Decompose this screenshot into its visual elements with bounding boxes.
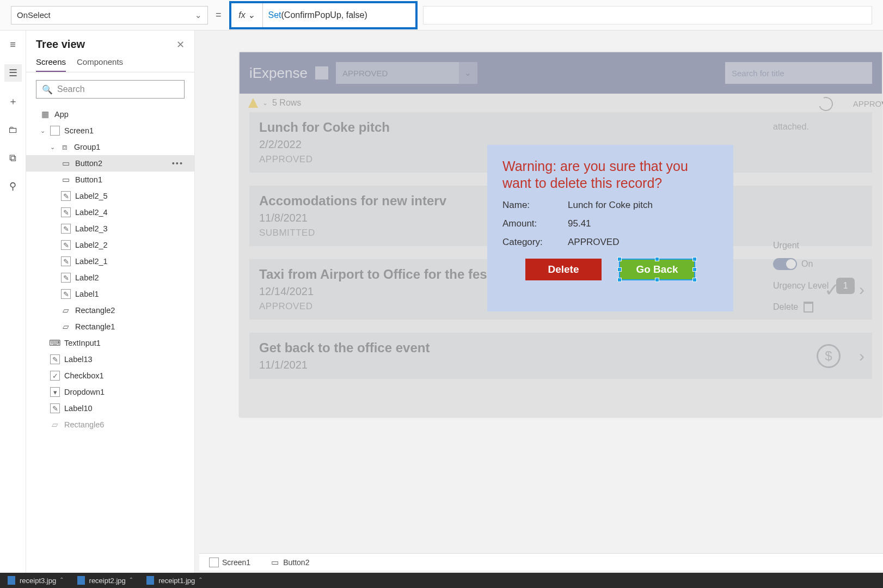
tree-node-screen1[interactable]: ⌄Screen1: [26, 122, 194, 139]
file-icon: [77, 576, 85, 585]
tree-node-button1[interactable]: ▭Button1: [26, 171, 194, 188]
tree-node-rectangle2[interactable]: ▱Rectangle2: [26, 302, 194, 318]
label-icon: ✎: [61, 256, 71, 266]
app-icon: ▦: [40, 109, 50, 119]
fx-button[interactable]: fx ⌄: [231, 3, 263, 27]
tree-node-rectangle1[interactable]: ▱Rectangle1: [26, 318, 194, 335]
formula-input[interactable]: Set(ConfirmPopUp, false): [263, 3, 415, 27]
button-icon: ▭: [270, 558, 280, 567]
selection-handle[interactable]: [617, 257, 622, 261]
media-icon[interactable]: ⧉: [4, 149, 22, 167]
expense-card[interactable]: Get back to the office event 11/1/2021 $…: [249, 333, 872, 379]
urgent-toggle[interactable]: On: [773, 258, 813, 270]
tree-panel: Tree view ✕ Screens Components 🔍 Search …: [26, 30, 195, 573]
tree-node-label13[interactable]: ✎Label13: [26, 351, 194, 367]
taskbar-file[interactable]: receipt3.jpgˆ: [8, 576, 63, 585]
formula-input-highlight: fx ⌄ Set(ConfirmPopUp, false): [229, 1, 418, 29]
file-icon: [146, 576, 154, 585]
card-title: Get back to the office event: [259, 340, 862, 356]
label-icon: ✎: [61, 207, 71, 217]
popup-amount-val: 95.41: [568, 218, 591, 229]
tree-node-label10[interactable]: ✎Label10: [26, 400, 194, 416]
app-search[interactable]: Search for title: [725, 62, 872, 84]
status-combo-value: APPROVED: [342, 69, 388, 78]
left-rail: ≡ ☰ ＋ 🗀 ⧉ ⚲: [0, 30, 26, 573]
selection-handle[interactable]: [655, 278, 659, 282]
refresh-icon[interactable]: [817, 95, 836, 114]
chevron-up-icon[interactable]: ˆ: [130, 577, 132, 585]
tab-components[interactable]: Components: [77, 57, 123, 72]
breadcrumb-button2[interactable]: ▭Button2: [265, 555, 315, 569]
tree-node-label2_3[interactable]: ✎Label2_3: [26, 220, 194, 237]
chevron-down-icon: ⌄: [40, 127, 46, 134]
property-selector-value: OnSelect: [17, 10, 51, 20]
insert-icon[interactable]: ＋: [4, 93, 22, 110]
rectangle-icon: ▱: [61, 305, 71, 315]
tree-node-label2[interactable]: ✎Label2: [26, 270, 194, 286]
chevron-up-icon[interactable]: ˆ: [199, 577, 201, 585]
textinput-icon: ⌨: [50, 338, 60, 348]
checkbox-icon: ✓: [50, 371, 60, 381]
attached-label: attached.: [773, 122, 876, 132]
tree-view-icon[interactable]: ☰: [4, 64, 22, 82]
goback-button[interactable]: Go Back: [619, 259, 695, 280]
tree-node-button2[interactable]: ▭Button2•••: [26, 155, 194, 171]
canvas: iExpense APPROVED ⌄ Search for title ⌄ 5…: [195, 30, 883, 573]
header-checkbox[interactable]: [315, 66, 328, 79]
equals-label: =: [213, 9, 224, 21]
hamburger-icon[interactable]: ≡: [4, 36, 22, 53]
formula-bar: OnSelect ⌄ = fx ⌄ Set(ConfirmPopUp, fals…: [0, 0, 883, 30]
app-preview: iExpense APPROVED ⌄ Search for title ⌄ 5…: [240, 52, 882, 417]
tree-node-textinput1[interactable]: ⌨TextInput1: [26, 335, 194, 351]
label-icon: ✎: [61, 273, 71, 283]
rectangle-icon: ▱: [50, 420, 60, 430]
selection-handle[interactable]: [655, 257, 659, 261]
search-icon: 🔍: [42, 84, 53, 95]
property-selector[interactable]: OnSelect ⌄: [11, 6, 208, 24]
taskbar-file[interactable]: receipt1.jpgˆ: [146, 576, 202, 585]
selection-handle[interactable]: [692, 257, 697, 261]
tab-screens[interactable]: Screens: [36, 57, 66, 72]
tree-node-label2_2[interactable]: ✎Label2_2: [26, 237, 194, 253]
tree-node-label2_5[interactable]: ✎Label2_5: [26, 188, 194, 204]
chevron-right-icon[interactable]: ›: [859, 347, 864, 365]
urgency-value[interactable]: 1: [836, 278, 855, 294]
dropdown-icon: ▾: [50, 387, 60, 397]
selection-handle[interactable]: [692, 278, 697, 282]
app-search-placeholder: Search for title: [732, 69, 784, 78]
tree-node-rectangle6[interactable]: ▱Rectangle6: [26, 416, 194, 433]
tree-node-dropdown1[interactable]: ▾Dropdown1: [26, 384, 194, 400]
selection-handle[interactable]: [617, 267, 622, 272]
tree-node-checkbox1[interactable]: ✓Checkbox1: [26, 367, 194, 384]
approved-float-label: APPROVED: [853, 99, 883, 108]
close-icon[interactable]: ✕: [176, 39, 185, 51]
status-combo[interactable]: APPROVED ⌄: [336, 62, 477, 84]
popup-category-val: APPROVED: [568, 237, 619, 248]
label-icon: ✎: [61, 240, 71, 250]
chevron-up-icon[interactable]: ˆ: [60, 577, 63, 585]
popup-amount-key: Amount:: [502, 218, 551, 229]
popup-name-val: Lunch for Coke pitch: [568, 200, 653, 211]
more-icon[interactable]: •••: [172, 159, 188, 168]
app-title: iExpense: [249, 65, 308, 82]
tree-node-label2_1[interactable]: ✎Label2_1: [26, 253, 194, 270]
tree-search[interactable]: 🔍 Search: [36, 80, 185, 99]
fx-label: fx: [238, 10, 245, 20]
delete-row[interactable]: Delete: [773, 302, 876, 313]
app-header: iExpense APPROVED ⌄ Search for title: [240, 52, 882, 94]
delete-button[interactable]: Delete: [525, 259, 602, 280]
tree-node-app[interactable]: ▦App: [26, 106, 194, 122]
taskbar-file[interactable]: receipt2.jpgˆ: [77, 576, 133, 585]
tree-node-label2_4[interactable]: ✎Label2_4: [26, 204, 194, 220]
selection-handle[interactable]: [692, 267, 697, 272]
breadcrumb-screen1[interactable]: Screen1: [204, 555, 256, 569]
data-icon[interactable]: 🗀: [4, 121, 22, 138]
selection-handle[interactable]: [617, 278, 622, 282]
tree-node-label1[interactable]: ✎Label1: [26, 286, 194, 302]
formula-remainder[interactable]: [423, 6, 872, 24]
urgency-label: Urgency Level: [773, 281, 829, 291]
card-date: 11/1/2021: [259, 359, 862, 371]
chevron-down-icon[interactable]: ⌄: [262, 99, 268, 107]
tools-icon[interactable]: ⚲: [4, 177, 22, 195]
tree-node-group1[interactable]: ⌄⧈Group1: [26, 139, 194, 155]
